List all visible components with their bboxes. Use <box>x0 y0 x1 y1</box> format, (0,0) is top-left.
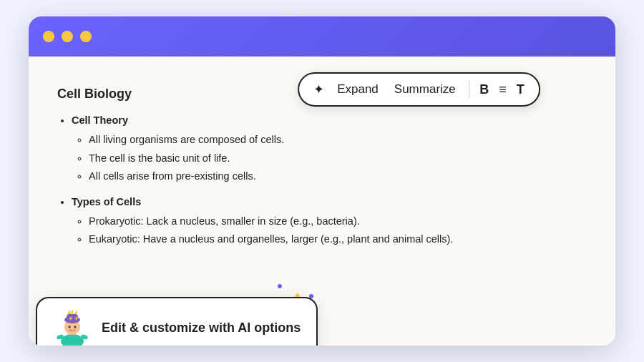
point-1-1: All living organisms are composed of cel… <box>89 131 587 149</box>
titlebar <box>29 16 615 57</box>
section-heading-2: Types of Cells <box>72 196 141 207</box>
ai-toolbar: ✦ Expand Summarize B ≡ T <box>298 72 540 107</box>
list-button[interactable]: ≡ <box>499 83 507 96</box>
document-body: Cell Theory All living organisms are com… <box>57 112 587 249</box>
traffic-light-yellow[interactable] <box>62 31 73 42</box>
point-2-2: Eukaryotic: Have a nucleus and organelle… <box>89 230 587 248</box>
summarize-button[interactable]: Summarize <box>391 82 459 97</box>
bold-button[interactable]: B <box>479 83 489 96</box>
section-heading-1: Cell Theory <box>72 114 128 126</box>
avatar-icon: ⚡ ⚡ <box>53 308 92 346</box>
text-button[interactable]: T <box>517 83 525 96</box>
traffic-light-red[interactable] <box>43 31 54 42</box>
section-types-of-cells: Types of Cells Prokaryotic: Lack a nucle… <box>72 193 587 249</box>
svg-marker-7 <box>67 310 72 314</box>
toolbar-divider <box>469 81 470 98</box>
tooltip-text: Edit & customize with AI options <box>102 321 301 336</box>
svg-marker-9 <box>74 310 77 314</box>
traffic-light-green[interactable] <box>80 31 92 42</box>
browser-content: ✦ Expand Summarize B ≡ T Cell Biology Ce… <box>29 57 615 346</box>
point-1-2: The cell is the basic unit of life. <box>89 150 587 167</box>
dot-decoration-1 <box>278 284 282 288</box>
browser-window: ✦ Expand Summarize B ≡ T Cell Biology Ce… <box>29 16 615 346</box>
svg-point-13 <box>74 326 77 328</box>
section-cell-theory: Cell Theory All living organisms are com… <box>72 112 587 186</box>
ai-tooltip: ⚡ ⚡ Edit & customize with AI options <box>36 297 318 346</box>
sparkle-icon: ✦ <box>313 82 324 97</box>
svg-text:⚡: ⚡ <box>68 315 74 321</box>
point-1-3: All cells arise from pre-existing cells. <box>89 167 587 185</box>
svg-point-12 <box>69 326 71 328</box>
expand-button[interactable]: Expand <box>334 82 381 97</box>
point-2-1: Prokaryotic: Lack a nucleus, smaller in … <box>89 212 587 230</box>
svg-point-0 <box>61 334 84 346</box>
svg-text:⚡: ⚡ <box>74 315 79 321</box>
svg-marker-8 <box>71 309 74 313</box>
